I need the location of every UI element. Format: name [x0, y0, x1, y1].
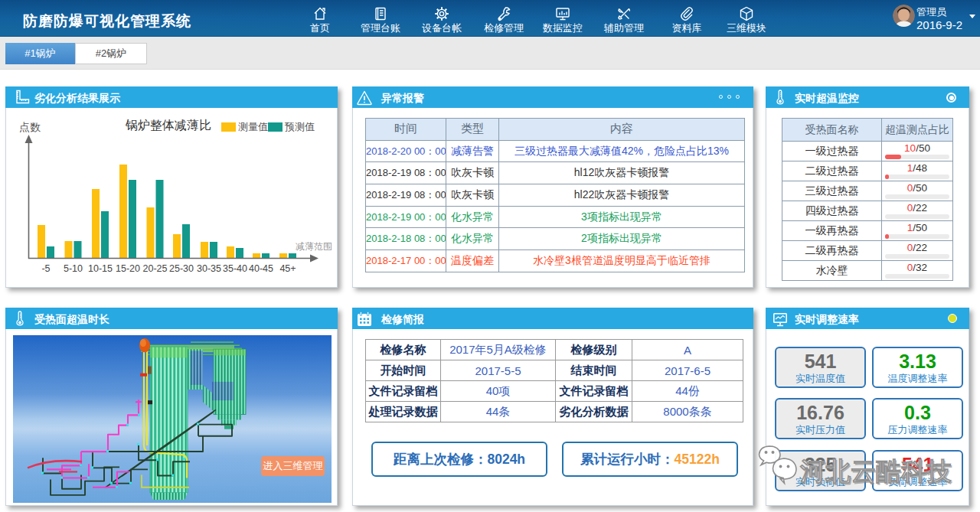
svg-text:预测值: 预测值 — [284, 121, 315, 132]
svg-text:-5: -5 — [41, 263, 50, 274]
svg-text:5-10: 5-10 — [64, 263, 83, 274]
svg-text:10-15: 10-15 — [88, 263, 113, 274]
svg-text:20-25: 20-25 — [143, 263, 168, 274]
svg-text:测量值: 测量值 — [238, 121, 268, 132]
svg-text:15-20: 15-20 — [116, 263, 140, 274]
svg-text:点数: 点数 — [19, 121, 41, 133]
svg-text:25-30: 25-30 — [169, 263, 194, 274]
svg-text:35-40: 35-40 — [223, 263, 247, 274]
svg-text:30-35: 30-35 — [197, 263, 221, 274]
svg-text:锅炉整体减薄比: 锅炉整体减薄比 — [125, 119, 211, 132]
svg-text:减薄范围: 减薄范围 — [296, 241, 332, 252]
svg-text:45+: 45+ — [279, 263, 296, 274]
svg-text:40-45: 40-45 — [249, 263, 273, 274]
